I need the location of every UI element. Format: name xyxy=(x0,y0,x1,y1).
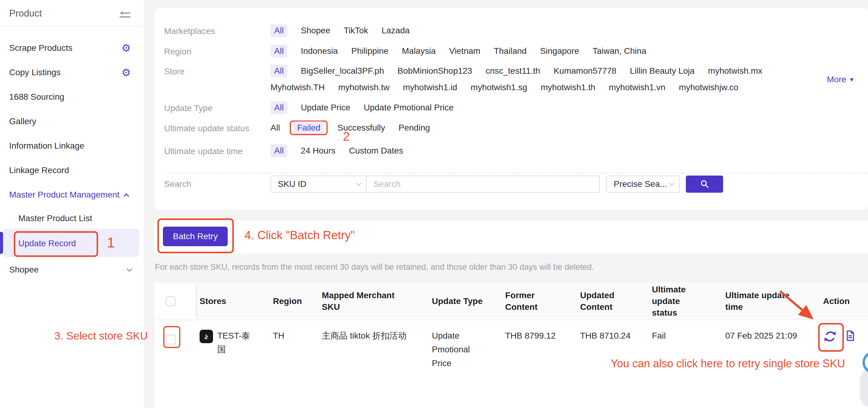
triangle-down-icon: ▼ xyxy=(849,77,855,83)
gear-icon[interactable]: ⚙ xyxy=(122,67,131,78)
filter-option[interactable]: BigSeller_local3PF.ph xyxy=(301,64,384,77)
filter-label: Region xyxy=(164,45,271,57)
filter-option[interactable]: Lillin Beauty Loja xyxy=(630,64,695,77)
filter-option[interactable]: Indonesia xyxy=(301,45,338,58)
header-action: Action xyxy=(819,283,868,320)
sidebar-item-label: Update Record xyxy=(18,238,76,249)
sidebar-item-label: Information Linkage xyxy=(9,141,84,151)
retry-icon[interactable] xyxy=(823,329,837,344)
tiktok-icon: ♪ xyxy=(199,330,213,343)
header-mapped-merchant-sku: Mapped Merchant SKU xyxy=(318,283,428,320)
search-mode-select[interactable]: Precise Sea... xyxy=(607,176,680,193)
sidebar-item-update-record[interactable]: Update Record xyxy=(0,236,144,251)
row-checkbox[interactable] xyxy=(166,334,176,344)
sidebar-item-linkage-record[interactable]: Linkage Record xyxy=(0,163,144,178)
sidebar-item-scrape-products[interactable]: Scrape Products ⚙ xyxy=(0,41,144,55)
filter-label: Ultimate update status xyxy=(164,121,271,133)
filter-option[interactable]: myhotwish1.vn xyxy=(609,81,665,94)
filter-row-ultimate-update-status: Ultimate update status All Failed Succes… xyxy=(164,121,856,134)
chevron-down-icon xyxy=(127,266,132,271)
filter-option[interactable]: TikTok xyxy=(344,24,368,37)
table-header-row: Stores Region Mapped Merchant SKU Update… xyxy=(154,283,868,320)
sidebar-item-1688-sourcing[interactable]: 1688 Sourcing xyxy=(0,90,144,104)
filter-option[interactable]: All xyxy=(271,101,287,114)
filter-option[interactable]: Vietnam xyxy=(449,45,480,58)
filter-option[interactable]: myhotwish1.sg xyxy=(471,81,527,94)
header-ultimate-update-status: Ultimate update status xyxy=(648,283,721,320)
search-input[interactable] xyxy=(367,176,600,193)
table-row: ♪ TEST-泰国 TH 主商品 tiktok 折扣活动 Update Pmot… xyxy=(154,320,868,408)
header-select-all xyxy=(154,283,196,320)
header-ultimate-update-time: Ultimate update time xyxy=(721,283,819,320)
filter-option[interactable]: All xyxy=(271,144,287,157)
filter-row-region: Region All Indonesia Philippine Malaysia… xyxy=(164,45,856,58)
search-icon xyxy=(699,179,710,190)
filter-panel: Marketplaces All Shopee TikTok Lazada Re… xyxy=(154,8,868,210)
sidebar-item-shopee[interactable]: Shopee xyxy=(0,262,144,277)
search-type-value: SKU ID xyxy=(278,179,306,189)
filter-option[interactable]: Malaysia xyxy=(402,45,436,58)
row-ultimate-update-time: 07 Feb 2025 21:09 xyxy=(721,320,819,408)
filter-option[interactable]: myhotwishjw.co xyxy=(679,81,738,94)
filter-option[interactable]: myhotwish.mx xyxy=(708,64,762,77)
store-more-link[interactable]: More ▼ xyxy=(827,75,855,84)
row-mapped-merchant-sku: 主商品 tiktok 折扣活动 xyxy=(318,320,428,408)
chevron-up-icon xyxy=(123,193,129,199)
filter-option[interactable]: All xyxy=(271,24,287,37)
log-document-icon[interactable] xyxy=(844,329,857,342)
store-name: TEST-泰国 xyxy=(217,329,255,356)
search-type-select[interactable]: SKU ID xyxy=(271,176,367,193)
sidebar-item-copy-listings[interactable]: Copy Listings ⚙ xyxy=(0,65,144,80)
search-button[interactable] xyxy=(686,176,723,193)
filter-option[interactable]: myhotwish.tw xyxy=(338,81,390,94)
sidebar-item-label: 1688 Sourcing xyxy=(9,92,64,102)
filter-option[interactable]: myhotwish1.id xyxy=(403,81,457,94)
filter-option[interactable]: Shopee xyxy=(301,24,331,37)
filter-option[interactable]: Singapore xyxy=(540,45,579,58)
row-update-type: Update Pmotional Price xyxy=(428,320,501,408)
chevron-down-icon xyxy=(356,181,362,186)
filter-option[interactable]: myhotwish1.th xyxy=(541,81,595,94)
retention-note: For each store SKU, records from the mos… xyxy=(155,262,594,272)
row-store-cell: ♪ TEST-泰国 xyxy=(196,320,269,408)
filter-option[interactable]: BobMinionShop123 xyxy=(398,64,472,77)
filter-row-ultimate-update-time: Ultimate update time All 24 Hours Custom… xyxy=(164,144,856,157)
filter-option[interactable]: All xyxy=(271,64,287,77)
filter-option[interactable]: cnsc_test11.th xyxy=(486,64,540,77)
gear-icon[interactable]: ⚙ xyxy=(122,43,131,53)
sidebar-item-label: Master Product Management xyxy=(9,190,120,200)
header-update-type: Update Type xyxy=(428,283,501,320)
sidebar-item-information-linkage[interactable]: Information Linkage xyxy=(0,139,144,153)
sidebar-item-gallery[interactable]: Gallery xyxy=(0,114,144,129)
sidebar-item-label: Master Product List xyxy=(18,213,92,223)
filter-option[interactable]: Thailand xyxy=(494,45,527,58)
filter-option[interactable]: All xyxy=(271,45,287,58)
row-select-cell xyxy=(154,320,196,408)
filter-option[interactable]: Pending xyxy=(399,121,430,134)
filter-option[interactable]: 24 Hours xyxy=(301,144,336,157)
sidebar-item-master-product-list[interactable]: Master Product List xyxy=(0,211,144,226)
search-row: Search SKU ID Precise Sea... xyxy=(164,176,723,193)
sidebar-item-master-product-management[interactable]: Master Product Management xyxy=(0,187,144,202)
filter-option[interactable]: Myhotwish.TH xyxy=(271,81,324,94)
chevron-down-icon xyxy=(669,181,675,186)
filter-option[interactable]: Failed xyxy=(293,121,324,134)
filter-label: Marketplaces xyxy=(164,24,271,36)
select-all-checkbox[interactable] xyxy=(166,296,176,306)
filter-option[interactable]: Philippine xyxy=(351,45,389,58)
filter-option[interactable]: Lazada xyxy=(382,24,410,37)
filter-option[interactable]: All xyxy=(271,121,280,134)
sidebar-item-label: Shopee xyxy=(9,265,39,275)
filter-option[interactable]: Kumamon57778 xyxy=(554,64,616,77)
row-former-content: THB 8799.12 xyxy=(501,320,576,408)
filter-option[interactable]: Update Price xyxy=(301,101,350,114)
batch-retry-button[interactable]: Batch Retry xyxy=(163,227,228,246)
filter-option[interactable]: Custom Dates xyxy=(349,144,403,157)
sidebar-collapse-icon[interactable] xyxy=(119,10,131,21)
filter-divider xyxy=(164,173,868,173)
filter-option[interactable]: Successfully xyxy=(337,121,385,134)
row-ultimate-update-status: Fail xyxy=(648,320,721,408)
filter-option[interactable]: Update Pmotional Price xyxy=(364,101,454,114)
filter-option[interactable]: Taiwan, China xyxy=(593,45,646,58)
filter-label: Store xyxy=(164,64,271,77)
